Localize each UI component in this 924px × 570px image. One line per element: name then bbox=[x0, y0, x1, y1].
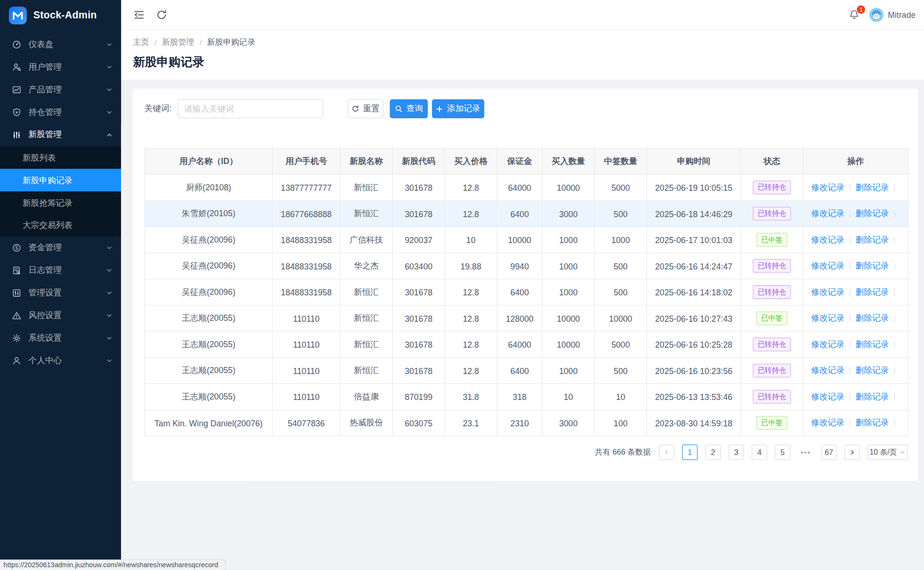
cell-win_qty: 500 bbox=[594, 358, 647, 384]
cell-status: 已转持仓 bbox=[741, 201, 803, 227]
sidebar-subitem[interactable]: 新股列表 bbox=[0, 146, 121, 169]
record-card: 关键词: 重置 查询 bbox=[132, 89, 918, 481]
sidebar-item-products[interactable]: 产品管理 bbox=[0, 79, 121, 101]
status-badge: 已中签 bbox=[756, 416, 787, 430]
add-record-button[interactable]: 添加记录 bbox=[432, 99, 484, 118]
action-divider bbox=[894, 314, 895, 322]
cell-win_qty: 5000 bbox=[594, 331, 647, 358]
cell-code: 870199 bbox=[392, 383, 445, 410]
page-head: 主页 / 新股管理 / 新股申购记录 新股申购记录 bbox=[121, 30, 924, 80]
edit-record-link[interactable]: 修改记录 bbox=[811, 313, 844, 322]
breadcrumb-home[interactable]: 主页 bbox=[133, 37, 149, 48]
delete-record-link[interactable]: 删除记录 bbox=[856, 182, 889, 192]
delete-record-link[interactable]: 删除记录 bbox=[856, 287, 889, 296]
delete-record-link[interactable]: 删除记录 bbox=[856, 235, 889, 244]
pagination-page-1[interactable]: 1 bbox=[682, 445, 697, 460]
sidebar-subitem[interactable]: 大宗交易列表 bbox=[0, 214, 121, 236]
pagination-total: 共有 666 条数据 bbox=[595, 447, 651, 458]
action-divider bbox=[850, 183, 850, 191]
sidebar-item-logs[interactable]: 日志管理 bbox=[0, 259, 121, 282]
cell-code: 603400 bbox=[392, 253, 445, 279]
pagination: 共有 666 条数据12345•••6710 条/页 bbox=[145, 445, 908, 460]
edit-record-link[interactable]: 修改记录 bbox=[811, 182, 844, 192]
sidebar-item-dashboard[interactable]: 仪表盘 bbox=[0, 33, 121, 56]
page-size-select[interactable]: 10 条/页 bbox=[867, 445, 908, 460]
cell-actions: 修改记录删除记录 bbox=[803, 383, 908, 410]
sidebar-subitem[interactable]: 新股抢筹记录 bbox=[0, 191, 121, 214]
pagination-page-3[interactable]: 3 bbox=[729, 445, 744, 460]
cell-stock: 新恒汇 bbox=[340, 305, 392, 332]
status-badge: 已转持仓 bbox=[753, 285, 791, 299]
edit-record-link[interactable]: 修改记录 bbox=[811, 208, 844, 218]
avatar[interactable] bbox=[869, 8, 883, 22]
chevron-down-icon bbox=[106, 64, 113, 70]
sidebar-item-profile[interactable]: 个人中心 bbox=[0, 350, 121, 372]
cell-phone: 18488331958 bbox=[272, 253, 340, 279]
edit-record-link[interactable]: 修改记录 bbox=[811, 417, 844, 427]
refresh-icon[interactable] bbox=[156, 8, 168, 20]
pagination-page-4[interactable]: 4 bbox=[752, 445, 767, 460]
sidebar-item-users[interactable]: 用户管理 bbox=[0, 56, 121, 79]
sidebar-item-risk[interactable]: 风控设置 bbox=[0, 304, 121, 327]
cell-status: 已转持仓 bbox=[741, 383, 803, 410]
action-divider bbox=[850, 366, 850, 374]
pagination-prev-button[interactable] bbox=[659, 445, 674, 460]
edit-record-link[interactable]: 修改记录 bbox=[811, 339, 844, 349]
delete-record-link[interactable]: 删除记录 bbox=[856, 208, 889, 218]
notifications-button[interactable]: 1 bbox=[849, 9, 860, 20]
cell-win_qty: 1000 bbox=[594, 227, 647, 253]
app-logo[interactable]: Stock-Admin bbox=[0, 0, 121, 31]
sidebar-item-label: 新股管理 bbox=[29, 130, 106, 140]
menu-collapse-icon[interactable] bbox=[133, 8, 145, 20]
sidebar-item-positions[interactable]: 持仓管理 bbox=[0, 101, 121, 123]
delete-record-link[interactable]: 删除记录 bbox=[856, 391, 889, 401]
pagination-page-2[interactable]: 2 bbox=[705, 445, 721, 460]
cell-stock: 新恒汇 bbox=[340, 331, 392, 358]
edit-record-link[interactable]: 修改记录 bbox=[811, 287, 844, 296]
breadcrumb-separator: / bbox=[154, 38, 157, 47]
reset-icon bbox=[351, 105, 360, 113]
plus-icon bbox=[436, 105, 443, 113]
delete-record-link[interactable]: 删除记录 bbox=[856, 417, 889, 427]
cell-status: 已转持仓 bbox=[741, 253, 803, 279]
sidebar: Stock-Admin 仪表盘用户管理产品管理持仓管理新股管理新股列表新股申购记… bbox=[0, 0, 121, 570]
sidebar-item-label: 用户管理 bbox=[29, 62, 106, 73]
sidebar-subitem[interactable]: 新股申购记录 bbox=[0, 169, 121, 191]
sidebar-item-label: 系统设置 bbox=[29, 333, 106, 344]
delete-record-link[interactable]: 删除记录 bbox=[856, 313, 889, 322]
sidebar-item-new-stock[interactable]: 新股管理 bbox=[0, 123, 121, 146]
sidebar-item-admin-settings[interactable]: 管理设置 bbox=[0, 282, 121, 304]
sidebar-menu: 仪表盘用户管理产品管理持仓管理新股管理新股列表新股申购记录新股抢筹记录大宗交易列… bbox=[0, 33, 121, 372]
edit-record-link[interactable]: 修改记录 bbox=[811, 365, 844, 375]
sidebar-item-funds[interactable]: $资金管理 bbox=[0, 236, 121, 259]
cell-buy_qty: 3000 bbox=[542, 410, 594, 436]
reset-button[interactable]: 重置 bbox=[348, 99, 383, 118]
column-header: 状态 bbox=[741, 148, 803, 175]
pagination-ellipsis[interactable]: ••• bbox=[798, 445, 813, 460]
column-header: 新股名称 bbox=[340, 148, 392, 175]
pagination-page-5[interactable]: 5 bbox=[775, 445, 790, 460]
pagination-page-67[interactable]: 67 bbox=[821, 445, 837, 460]
keyword-input[interactable] bbox=[178, 99, 323, 118]
records-table: 用户名称（ID）用户手机号新股名称新股代码买入价格保证金买入数量中签数量申购时间… bbox=[145, 148, 909, 436]
sidebar-item-system-settings[interactable]: 系统设置 bbox=[0, 327, 121, 350]
cell-actions: 修改记录删除记录 bbox=[803, 227, 908, 253]
positions-icon bbox=[12, 107, 21, 117]
delete-record-link[interactable]: 删除记录 bbox=[856, 339, 889, 349]
column-header: 用户手机号 bbox=[272, 148, 340, 175]
chevron-down-icon bbox=[106, 313, 113, 319]
pagination-next-button[interactable] bbox=[844, 445, 860, 460]
cell-price: 23.1 bbox=[445, 410, 497, 436]
edit-record-link[interactable]: 修改记录 bbox=[811, 391, 844, 401]
edit-record-link[interactable]: 修改记录 bbox=[811, 235, 844, 244]
search-button[interactable]: 查询 bbox=[390, 99, 428, 118]
sidebar-item-label: 产品管理 bbox=[29, 84, 106, 95]
edit-record-link[interactable]: 修改记录 bbox=[811, 261, 844, 270]
delete-record-link[interactable]: 删除记录 bbox=[856, 261, 889, 270]
cell-buy_qty: 3000 bbox=[542, 201, 594, 227]
cell-actions: 修改记录删除记录 bbox=[803, 201, 908, 227]
action-divider bbox=[850, 210, 850, 217]
delete-record-link[interactable]: 删除记录 bbox=[856, 365, 889, 375]
breadcrumb-section[interactable]: 新股管理 bbox=[162, 37, 194, 48]
user-name[interactable]: Mitrade bbox=[888, 10, 916, 19]
